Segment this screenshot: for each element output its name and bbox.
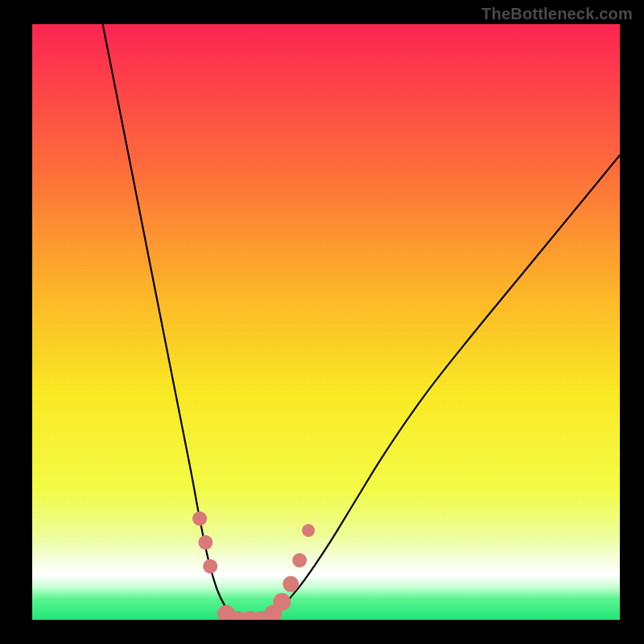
chart-canvas [32, 24, 620, 620]
highlight-dot [292, 553, 307, 568]
highlight-dot [203, 559, 217, 573]
highlight-dot [302, 524, 315, 537]
highlight-dot [192, 511, 207, 526]
plot-area [32, 24, 620, 620]
watermark-text: TheBottleneck.com [481, 5, 633, 23]
highlight-dot [283, 576, 299, 592]
highlight-dot [198, 535, 213, 550]
highlight-dot [273, 593, 291, 611]
chart-frame: TheBottleneck.com [0, 0, 644, 644]
